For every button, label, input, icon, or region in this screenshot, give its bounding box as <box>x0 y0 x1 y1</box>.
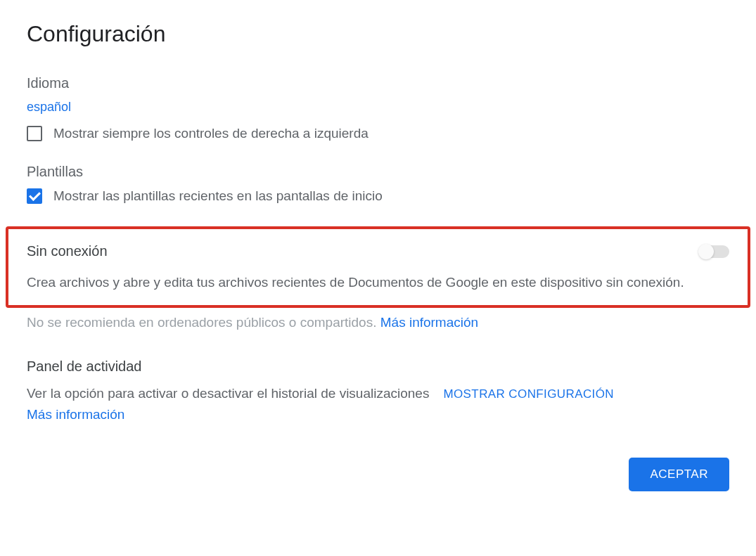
language-heading: Idioma <box>27 75 729 91</box>
offline-warning-text: No se recomienda en ordenadores públicos… <box>27 315 380 330</box>
accept-button[interactable]: ACEPTAR <box>629 458 729 491</box>
templates-section: Plantillas Mostrar las plantillas recien… <box>27 164 729 204</box>
templates-checkbox-label: Mostrar las plantillas recientes en las … <box>53 188 383 204</box>
activity-description: Ver la opción para activar o desactivar … <box>27 383 429 403</box>
rtl-checkbox-row: Mostrar siempre los controles de derecha… <box>27 126 729 141</box>
page-title: Configuración <box>27 21 729 47</box>
templates-checkbox[interactable] <box>27 188 42 204</box>
activity-row: Ver la opción para activar o desactivar … <box>27 383 729 403</box>
activity-heading: Panel de actividad <box>27 358 729 375</box>
offline-more-info-link[interactable]: Más información <box>380 315 478 330</box>
offline-header-row: Sin conexión <box>27 243 729 259</box>
language-value-link[interactable]: español <box>27 100 71 114</box>
offline-heading: Sin conexión <box>27 243 108 259</box>
offline-highlight-box: Sin conexión Crea archivos y abre y edit… <box>6 226 750 308</box>
offline-toggle-knob <box>698 244 714 259</box>
offline-description: Crea archivos y abre y edita tus archivo… <box>27 272 729 292</box>
templates-heading: Plantillas <box>27 164 729 180</box>
rtl-checkbox[interactable] <box>27 126 42 141</box>
templates-checkbox-row: Mostrar las plantillas recientes en las … <box>27 188 729 204</box>
offline-toggle[interactable] <box>700 245 729 258</box>
rtl-checkbox-label: Mostrar siempre los controles de derecha… <box>53 126 369 141</box>
activity-section: Panel de actividad Ver la opción para ac… <box>27 358 729 422</box>
activity-show-config-link[interactable]: MOSTRAR CONFIGURACIÓN <box>443 387 614 401</box>
offline-warning-row: No se recomienda en ordenadores públicos… <box>27 315 729 330</box>
button-row: ACEPTAR <box>27 458 729 491</box>
activity-more-info-link[interactable]: Más información <box>27 407 124 422</box>
language-section: Idioma español Mostrar siempre los contr… <box>27 75 729 141</box>
